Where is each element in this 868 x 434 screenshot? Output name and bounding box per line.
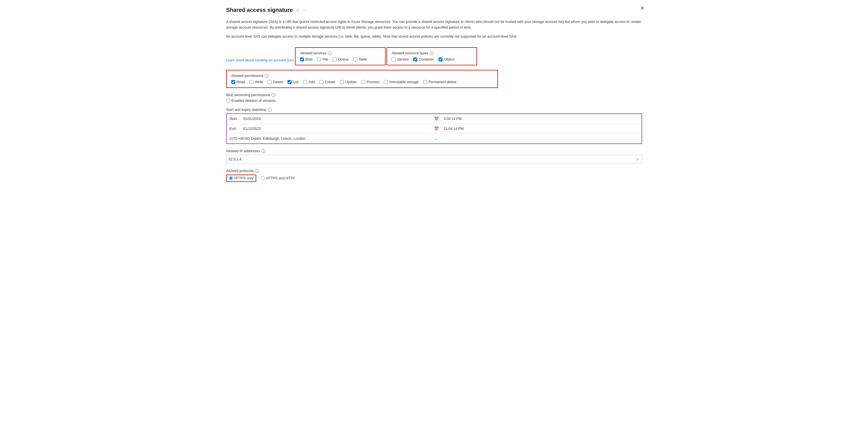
checkbox-permanent-delete[interactable]: Permanent delete [423,80,457,84]
radio-https-http[interactable]: HTTPS and HTTP [261,176,295,180]
process-label: Process [367,80,379,84]
service-checkbox[interactable] [392,58,396,61]
checkbox-update[interactable]: Update [340,80,357,84]
immutable-storage-checkbox[interactable] [384,80,388,84]
object-checkbox[interactable] [438,58,442,61]
start-expiry-section: Start and expiry date/time i Start 📅 End [226,108,642,144]
ip-check-icon: ✓ [636,157,640,162]
update-label: Update [345,80,357,84]
enables-deletion-label: Enables deletion of versions [231,99,276,103]
checkbox-read[interactable]: Read [231,80,245,84]
blob-versioning-section: Blob versioning permissions i Enables de… [226,93,642,103]
allowed-ip-input[interactable] [229,157,636,161]
file-checkbox[interactable] [317,58,321,61]
learn-more-link[interactable]: Learn more about creating an account SAS [226,58,294,62]
checkbox-table[interactable]: Table [353,58,367,61]
blob-checkbox[interactable] [300,58,304,61]
checkbox-delete[interactable]: Delete [268,80,283,84]
ellipsis-icon[interactable]: ··· [302,8,306,13]
blob-versioning-label: Blob versioning permissions i [226,93,642,97]
https-only-radio[interactable] [229,176,233,180]
end-label: End [227,125,241,133]
delete-checkbox[interactable] [268,80,272,84]
star-icon[interactable]: ☆ [296,7,300,13]
close-button[interactable]: ✕ [640,6,644,11]
read-label: Read [237,80,245,84]
allowed-ip-info-icon[interactable]: i [261,149,265,153]
container-checkbox[interactable] [413,58,417,61]
https-http-label: HTTPS and HTTP [266,176,295,180]
checkbox-write[interactable]: Write [249,80,263,84]
checkbox-blob[interactable]: Blob [300,58,313,61]
allowed-resource-types-label: Allowed resource types i [392,51,472,55]
datetime-grid: Start 📅 End 📅 [226,113,642,144]
allowed-resource-types-info-icon[interactable]: i [430,51,434,55]
start-calendar-icon[interactable]: 📅 [434,116,439,121]
checkbox-service[interactable]: Service [392,58,409,61]
panel-header: Shared access signature ☆ ··· [226,7,642,13]
allowed-permissions-label: Allowed permissions i [231,74,493,78]
create-label: Create [325,80,336,84]
allowed-ip-input-row: ✓ [226,155,642,164]
read-checkbox[interactable] [231,80,235,84]
start-label: Start [227,114,241,123]
timezone-row[interactable]: (UTC+00:00) Dublin, Edinburgh, Lisbon, L… [227,134,642,143]
permanent-delete-label: Permanent delete [429,80,457,84]
add-checkbox[interactable] [303,80,307,84]
protocols-radio-row: HTTPS only HTTPS and HTTP [226,174,642,182]
checkbox-add[interactable]: Add [303,80,315,84]
start-date-input[interactable] [243,117,434,121]
panel-title: Shared access signature [226,7,293,13]
allowed-resource-types-checkboxes: Service Container Object [392,58,472,61]
https-only-label: HTTPS only [235,176,253,180]
description-2: An account-level SAS can delegate access… [226,34,642,39]
delete-label: Delete [273,80,283,84]
start-row: Start 📅 [227,114,642,124]
create-checkbox[interactable] [319,80,323,84]
checkbox-list[interactable]: List [288,80,299,84]
end-date-input-wrapper: 📅 [241,124,441,134]
end-time-input[interactable] [444,127,639,131]
enables-deletion-checkbox[interactable] [226,99,230,103]
end-calendar-icon[interactable]: 📅 [434,127,439,131]
allowed-permissions-info-icon[interactable]: i [265,74,269,78]
checkbox-immutable-storage[interactable]: Immutable storage [384,80,419,84]
permanent-delete-checkbox[interactable] [423,80,427,84]
end-date-input[interactable] [243,127,434,131]
checkbox-create[interactable]: Create [319,80,336,84]
object-label: Object [444,58,454,61]
blob-versioning-info-icon[interactable]: i [272,93,275,97]
allowed-protocols-info-icon[interactable]: i [255,169,259,173]
checkbox-enables-deletion[interactable]: Enables deletion of versions [226,99,642,103]
process-checkbox[interactable] [361,80,365,84]
start-expiry-info-icon[interactable]: i [268,108,272,112]
allowed-services-info-icon[interactable]: i [328,51,332,55]
end-time-input-wrapper [441,124,642,134]
https-http-radio[interactable] [261,176,265,180]
checkbox-queue[interactable]: Queue [333,58,349,61]
add-label: Add [309,80,315,84]
blob-label: Blob [306,58,313,61]
checkbox-process[interactable]: Process [361,80,379,84]
shared-access-signature-panel: Shared access signature ☆ ··· ✕ A shared… [217,0,651,434]
start-time-input[interactable] [444,117,639,121]
checkbox-file[interactable]: File [317,58,328,61]
allowed-protocols-section: Allowed protocols i HTTPS only HTTPS and… [226,169,642,182]
container-label: Container [419,58,434,61]
allowed-ip-section: Allowed IP addresses i ✓ [226,149,642,164]
table-checkbox[interactable] [353,58,357,61]
write-label: Write [255,80,263,84]
checkbox-container[interactable]: Container [413,58,434,61]
write-checkbox[interactable] [249,80,253,84]
timezone-chevron-icon: ⌄ [434,137,639,141]
radio-https-only[interactable]: HTTPS only [229,176,253,180]
allowed-services-section: Allowed services i Blob File Queue Table [295,47,385,65]
list-label: List [293,80,299,84]
description-1: A shared access signature (SAS) is a URI… [226,19,642,30]
update-checkbox[interactable] [340,80,344,84]
checkbox-object[interactable]: Object [438,58,454,61]
start-date-input-wrapper: 📅 [241,114,441,124]
list-checkbox[interactable] [288,80,291,84]
table-label: Table [359,58,367,61]
queue-checkbox[interactable] [333,58,337,61]
